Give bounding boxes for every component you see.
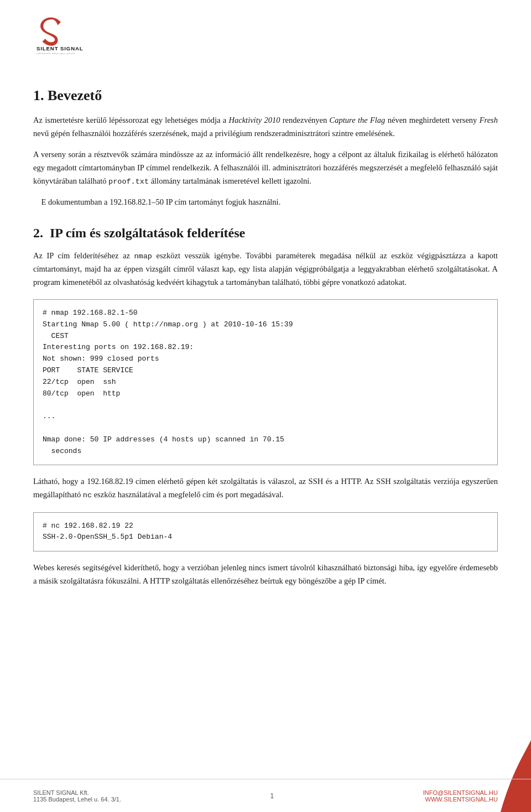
header: SILENT SIGNAL VÉSZJELZÉS HELYETT...: [0, 0, 531, 65]
page-wrapper: SILENT SIGNAL VÉSZJELZÉS HELYETT... 1. B…: [0, 0, 531, 812]
section-2-para-3: Webes keresés segítségével kideríthető, …: [33, 561, 498, 588]
section-2-number: 2.: [33, 226, 43, 240]
section-1-para-3: E dokumentumban a 192.168.82.1–50 IP cím…: [33, 196, 498, 209]
section-2: 2. IP cím és szolgáltatások felderítése …: [33, 226, 498, 588]
footer-page-number: 1: [270, 792, 274, 800]
footer-website: WWW.SILENTSIGNAL.HU: [423, 796, 498, 803]
code-block-2: # nc 192.168.82.19 22 SSH-2.0-OpenSSH_5.…: [33, 512, 498, 552]
footer-company-info: SILENT SIGNAL Kft. 1135 Budapest, Lehel …: [33, 789, 121, 803]
section-1-title: Bevezető: [48, 87, 102, 103]
section-2-heading: 2. IP cím és szolgáltatások felderítése: [33, 226, 498, 241]
section-2-title: IP cím és szolgáltatások felderítése: [50, 226, 245, 240]
section-1-number: 1.: [33, 87, 44, 103]
section-1-para-2: A verseny során a résztvevők számára min…: [33, 148, 498, 188]
section-2-para-2: Látható, hogy a 192.168.82.19 címen elér…: [33, 475, 498, 502]
main-content: 1. Bevezető Az ismertetésre kerülő lépés…: [0, 65, 531, 640]
section-1: 1. Bevezető Az ismertetésre kerülő lépés…: [33, 87, 498, 209]
code-block-1: # nmap 192.168.82.1-50 Starting Nmap 5.0…: [33, 299, 498, 465]
svg-text:VÉSZJELZÉS HELYETT...: VÉSZJELZÉS HELYETT...: [37, 53, 79, 54]
section-1-heading: 1. Bevezető: [33, 87, 498, 104]
silent-signal-logo: SILENT SIGNAL VÉSZJELZÉS HELYETT...: [33, 15, 94, 54]
footer-address: 1135 Budapest, Lehel u. 64. 3/1.: [33, 796, 121, 803]
footer-contact: INFO@SILENTSIGNAL.HU WWW.SILENTSIGNAL.HU: [423, 789, 498, 803]
footer-company-name: SILENT SIGNAL Kft.: [33, 789, 121, 796]
footer: SILENT SIGNAL Kft. 1135 Budapest, Lehel …: [0, 779, 531, 812]
footer-email: INFO@SILENTSIGNAL.HU: [423, 789, 498, 796]
section-2-para-1: Az IP cím felderítéséhez az nmap eszközt…: [33, 249, 498, 289]
section-1-para-1: Az ismertetésre kerülő lépéssorozat egy …: [33, 114, 498, 140]
logo-container: SILENT SIGNAL VÉSZJELZÉS HELYETT...: [33, 15, 94, 54]
svg-text:SILENT SIGNAL: SILENT SIGNAL: [37, 45, 84, 51]
